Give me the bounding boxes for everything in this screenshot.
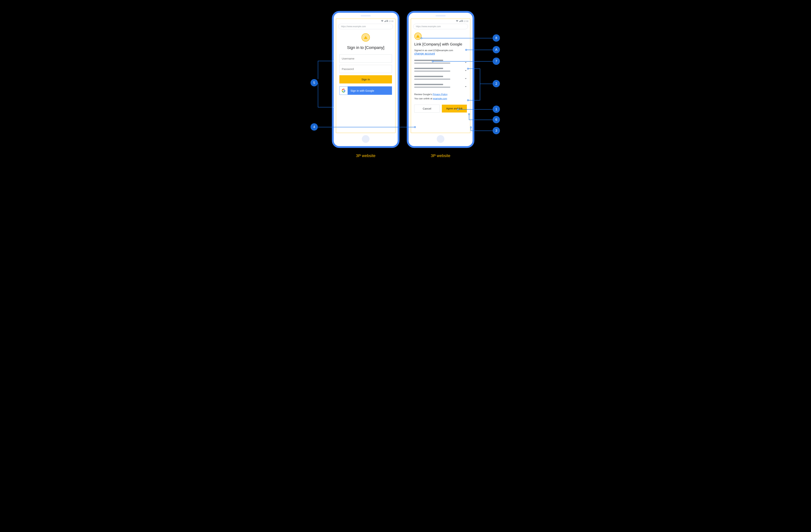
- connector-line: [318, 107, 333, 107]
- connector-line: [468, 69, 480, 69]
- privacy-line: Review Google's Privacy Policy: [414, 93, 467, 96]
- status-bar: 12:30: [411, 19, 470, 22]
- consent-title: Link [Company] with Google: [414, 42, 467, 46]
- connector-line: [469, 114, 469, 120]
- svg-rect-1: [387, 20, 387, 20]
- callout-4: 4: [310, 123, 318, 131]
- home-button[interactable]: [437, 135, 444, 143]
- chevron-down-icon[interactable]: ⌄: [464, 76, 467, 80]
- chevron-down-icon[interactable]: ⌄: [464, 60, 467, 63]
- connector-dot: [333, 106, 334, 108]
- speaker-slot: [361, 15, 371, 16]
- permissions-list: ⌄ ⌄ ⌄ ⌄: [414, 58, 467, 90]
- connector-line: [318, 61, 318, 79]
- company-logo-icon: [362, 33, 370, 42]
- connector-dot: [465, 49, 467, 51]
- callout-1: 1: [493, 106, 500, 113]
- url-bar[interactable]: https://www.example.com: [413, 24, 468, 29]
- review-prefix: Review Google's: [414, 93, 433, 96]
- chevron-down-icon[interactable]: ⌄: [464, 84, 467, 88]
- connector-dot: [420, 37, 422, 39]
- cell-icon: [459, 20, 461, 22]
- username-input[interactable]: [339, 55, 392, 63]
- connector-dot: [414, 126, 416, 128]
- callout-A: A: [493, 46, 500, 53]
- connector-line: [480, 83, 493, 84]
- connector-line: [318, 61, 333, 61]
- google-signin-button[interactable]: Sign in with Google: [339, 86, 392, 95]
- unlink-prefix: You can unlink at: [414, 97, 433, 100]
- connector-line: [433, 61, 493, 62]
- unlink-link[interactable]: example.com: [433, 97, 447, 100]
- permission-text: [414, 68, 464, 73]
- company-logo-icon: [414, 32, 422, 40]
- svg-rect-3: [462, 20, 462, 20]
- connector-dot: [467, 68, 469, 70]
- connector-dot: [432, 61, 434, 62]
- cancel-button[interactable]: Cancel: [414, 105, 440, 112]
- connector-line: [318, 127, 414, 127]
- chevron-down-icon[interactable]: ⌄: [464, 68, 467, 72]
- connector-line: [468, 100, 480, 101]
- caption-right: 3P website: [407, 153, 474, 158]
- connector-line: [471, 131, 493, 131]
- connector-line: [466, 50, 493, 50]
- privacy-policy-link[interactable]: Privacy Policy: [433, 93, 447, 96]
- button-row: Cancel Agree and link: [414, 105, 467, 112]
- phone-signin: 12:30 https://www.example.com Sign in to…: [332, 11, 399, 148]
- permission-text: [414, 60, 464, 65]
- wifi-icon: [381, 20, 383, 22]
- cell-icon: [384, 20, 386, 22]
- phone-consent: 12:30 https://www.example.com Link [Comp…: [407, 11, 474, 148]
- status-time: 12:30: [388, 20, 394, 22]
- callout-7: 7: [493, 58, 500, 65]
- signin-content: Sign in to [Company] Sign In Sign in wit…: [336, 32, 395, 133]
- connector-line: [480, 69, 480, 101]
- callout-6: 6: [493, 116, 500, 123]
- callout-5: 5: [310, 79, 318, 86]
- connector-dot: [470, 126, 472, 128]
- url-bar[interactable]: https://www.example.com: [338, 24, 393, 29]
- permission-row: ⌄: [414, 58, 467, 66]
- diagram-stage: 12:30 https://www.example.com Sign in to…: [281, 7, 530, 171]
- svg-rect-0: [387, 20, 388, 22]
- signed-in-text: Signed in as user123@example.com: [414, 49, 467, 52]
- connector-line: [469, 120, 493, 120]
- permission-text: [414, 84, 464, 89]
- password-input[interactable]: [339, 65, 392, 73]
- caption-left: 3P website: [332, 153, 399, 158]
- signin-title: Sign in to [Company]: [339, 45, 392, 50]
- status-bar: 12:30: [336, 19, 395, 22]
- battery-icon: [386, 20, 388, 22]
- permission-row: ⌄: [414, 74, 467, 82]
- callout-2: 2: [493, 80, 500, 87]
- connector-line: [458, 109, 493, 110]
- change-account-link[interactable]: change account: [414, 52, 435, 55]
- status-time: 12:30: [463, 20, 468, 22]
- signin-button[interactable]: Sign In: [339, 75, 392, 83]
- agree-link-button[interactable]: Agree and link: [442, 105, 467, 112]
- google-signin-label: Sign in with Google: [351, 89, 374, 92]
- battery-icon: [461, 20, 463, 22]
- consent-content: Link [Company] with Google Signed in as …: [411, 32, 470, 133]
- unlink-line: You can unlink at example.com: [414, 97, 467, 101]
- wifi-icon: [456, 20, 458, 22]
- speaker-slot: [435, 15, 446, 16]
- callout-3: 3: [493, 127, 500, 134]
- connector-dot: [467, 100, 469, 101]
- svg-rect-2: [462, 20, 463, 22]
- permission-text: [414, 76, 464, 81]
- permission-row: ⌄: [414, 82, 467, 90]
- callout-8: 8: [493, 34, 500, 42]
- screen-signin: 12:30 https://www.example.com Sign in to…: [336, 19, 396, 133]
- connector-dot: [333, 60, 334, 62]
- connector-dot: [457, 109, 459, 110]
- screen-consent: 12:30 https://www.example.com Link [Comp…: [411, 19, 470, 133]
- permission-row: ⌄: [414, 66, 467, 74]
- connector-line: [422, 38, 493, 39]
- google-logo-icon: [339, 87, 348, 95]
- connector-dot: [468, 113, 470, 115]
- connector-line: [318, 83, 318, 107]
- home-button[interactable]: [362, 135, 369, 143]
